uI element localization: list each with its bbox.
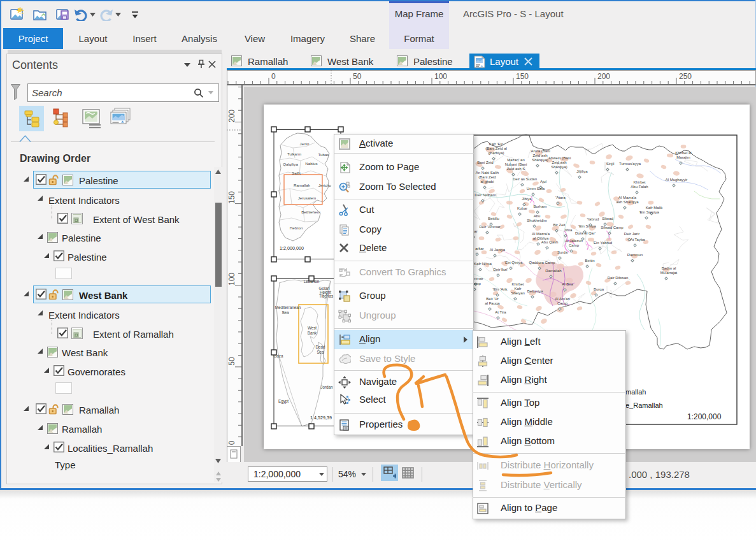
svg-text:Bir Zeit: Bir Zeit [553,223,565,227]
svg-text:gharbiya): gharbiya) [488,151,504,155]
svg-text:Al Bira: Al Bira [562,282,573,286]
svg-text:Sinjil: Sinjil [606,162,615,166]
svg-text:Camp: Camp [557,301,568,305]
svg-text:Zeid ash S: Zeid ash S [507,167,525,171]
svg-text:Kafr 'Ein: Kafr 'Ein [489,142,504,146]
svg-text:'Ein Siniya: 'Ein Siniya [578,224,596,228]
svg-text:ash Sharqiya: ash Sharqiya [616,200,639,204]
svg-text:At Tira: At Tira [495,310,506,314]
svg-text:100: 100 [434,72,447,81]
svg-text:amp: amp [473,282,481,285]
svg-text:An Nabi Salih: An Nabi Salih [476,171,499,175]
svg-text:al Fauqa: al Fauqa [485,301,500,305]
svg-text:Yabrud: Yabrud [587,217,599,221]
svg-text:1:200,000: 1:200,000 [687,412,722,421]
svg-text:Ramallah: Ramallah [545,269,561,273]
svg-text:Egypt: Egypt [278,399,289,404]
svg-text:Qalqiliya: Qalqiliya [283,162,298,166]
svg-text:arkar: arkar [475,247,484,250]
svg-text:100: 100 [227,273,236,285]
svg-text:Al Mughayyir: Al Mughayyir [666,178,688,182]
svg-text:Deir 'Ammar: Deir 'Ammar [479,225,500,229]
svg-text:al ghabi: al ghabi [480,180,494,184]
svg-text:Burqa: Burqa [594,287,604,291]
svg-text:'Ein Samiya: 'Ein Samiya [639,210,659,214]
svg-text:Al Am'ari: Al Am'ari [555,297,569,301]
svg-text:Badiw al: Badiw al [662,266,676,270]
svg-text:(Bani Zeid al: (Bani Zeid al [485,147,507,150]
svg-text:Nubani (Bani: Nubani (Bani [505,162,527,166]
svg-text:Beituniya: Beituniya [527,289,543,293]
svg-text:Kafr Malik: Kafr Malik [646,206,664,210]
svg-text:Dura al Qar': Dura al Qar' [575,231,596,235]
svg-text:Nablus: Nablus [305,161,317,166]
svg-text:Sea: Sea [282,310,289,315]
svg-text:Bank: Bank [308,331,317,335]
svg-text:Abu Falah: Abu Falah [631,185,648,189]
svg-text:Silwad Camp: Silwad Camp [601,226,624,229]
svg-text:50: 50 [353,72,362,81]
svg-text:Bethlehem: Bethlehem [301,210,320,214]
svg-text:Khirbet: Khirbet [633,180,645,184]
svg-text:200: 200 [597,72,610,81]
svg-text:Mediterranean: Mediterranean [275,305,301,310]
svg-text:West: West [308,326,317,330]
svg-text:Rammun: Rammun [627,253,643,257]
svg-text:Jenin: Jenin [300,141,310,146]
svg-text:Al Mazra'a: Al Mazra'a [532,232,550,236]
svg-text:Jerusalem: Jerusalem [298,196,317,200]
svg-text:Marajim: Marajim [676,155,690,159]
svg-text:Dead: Dead [315,345,325,349]
svg-text:Deir Ibzi': Deir Ibzi' [493,268,508,271]
svg-text:Mu'arrajat: Mu'arrajat [660,271,678,275]
svg-text:1:2,000,000: 1:2,000,000 [280,245,304,251]
svg-text:Dair Dibwan: Dair Dibwan [608,276,629,280]
svg-text:Sea: Sea [317,350,324,354]
svg-text:Sharqiya): Sharqiya) [551,165,567,169]
svg-text:Deir Nidham: Deir Nidham [474,193,496,197]
svg-text:Kobar: Kobar [517,206,527,210]
svg-text:1:4,529,39: 1:4,529,39 [310,415,332,421]
svg-text:Mazari' an: Mazari' an [507,158,525,162]
svg-text:Tubas: Tubas [318,152,329,157]
svg-text:Umm Safa: Umm Safa [527,187,545,191]
svg-text:150: 150 [227,191,236,204]
svg-text:Tiberias: Tiberias [319,294,333,298]
svg-text:(Bani Zeid: (Bani Zeid [478,175,496,179]
svg-text:Hebron: Hebron [290,226,303,230]
svg-text:0: 0 [271,72,276,81]
svg-text:Khirbet al: Khirbet al [675,151,691,155]
svg-text:Shukheidim: Shukheidim [527,219,546,222]
svg-text:Ajul: Ajul [540,180,546,184]
svg-text:'Ein Qiniya: 'Ein Qiniya [504,261,523,264]
svg-text:150: 150 [516,72,529,81]
svg-text:Khirbet: Khirbet [511,282,524,286]
svg-text:Zeid ash: Zeid ash [532,154,547,157]
svg-text:Salfit: Salfit [292,171,301,175]
svg-text:Beitin: Beitin [585,259,594,263]
svg-text:Al Janiya: Al Janiya [490,248,506,252]
svg-text:Abu: Abu [534,214,541,218]
svg-text:Silwad: Silwad [602,217,613,220]
svg-text:Jiljiliya: Jiljiliya [576,170,588,173]
svg-text:Jordan: Jordan [320,385,333,389]
svg-text:Jericho: Jericho [318,183,332,187]
svg-text:Deir as Sudan: Deir as Sudan [513,177,537,181]
svg-text:mallah: mallah [625,388,646,396]
svg-text:Camp: Camp [569,243,580,247]
svg-text:Kafr Ni'ma: Kafr Ni'ma [474,262,492,266]
svg-text:'Ein 'Arik: 'Ein 'Arik [493,287,508,291]
svg-text:200: 200 [227,110,236,122]
svg-text:Abu Qash: Abu Qash [541,240,559,244]
svg-text:Beitillu: Beitillu [488,217,499,220]
svg-text:Burham: Burham [533,205,546,208]
svg-text:ar: ar [474,229,477,233]
svg-text:'Atara: 'Atara [555,196,566,199]
svg-text:Deir Jarir: Deir Jarir [624,232,639,236]
svg-text:Al Mazra'a: Al Mazra'a [618,196,637,199]
svg-text:Turmus'ayya: Turmus'ayya [619,162,641,166]
svg-text:0: 0 [227,440,236,445]
svg-text:Bani Zeid: Bani Zeid [477,161,493,164]
svg-text:Tulkarm: Tulkarm [287,152,301,156]
svg-text:Kafr: Kafr [514,287,521,291]
